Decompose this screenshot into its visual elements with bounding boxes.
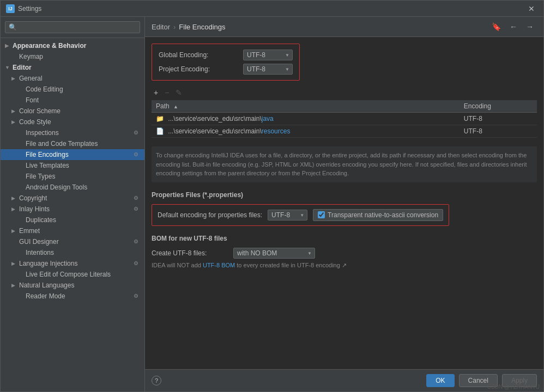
breadcrumb: Editor › File Encodings [152,23,226,31]
properties-box: Default encoding for properties files: U… [152,204,449,226]
sidebar: ▶ Appearance & Behavior Keymap ▼ Editor … [1,17,145,391]
table-row[interactable]: 📄 ...\service\service_edu\src\main\resou… [152,125,537,138]
arrow-icon: ▶ [5,43,11,48]
arrow-icon: ▶ [11,206,18,212]
dialog-footer: ? OK Cancel Apply [145,369,543,391]
search-input[interactable] [5,21,140,33]
col-encoding: Encoding [460,100,537,113]
settings-icon: ⚙ [134,260,140,267]
props-encoding-select[interactable]: UTF-8 UTF-16 [268,210,307,220]
sidebar-item-intentions[interactable]: Intentions [1,247,144,258]
sidebar-item-gui-designer[interactable]: GUI Designer ⚙ [1,236,144,247]
sidebar-item-appearance[interactable]: ▶ Appearance & Behavior [1,40,144,51]
folder-icon: 📁 [156,115,164,122]
sidebar-item-language-injections[interactable]: ▶ Language Injections ⚙ [1,258,144,269]
back-button[interactable]: ← [506,21,521,32]
forward-button[interactable]: → [523,21,537,32]
col-path: Path ▲ [152,100,460,113]
project-encoding-label: Project Encoding: [159,65,243,73]
breadcrumb-parent: Editor [152,23,170,31]
sidebar-item-duplicates[interactable]: Duplicates [1,215,144,225]
info-text: To change encoding IntelliJ IDEA uses fo… [152,146,537,182]
sidebar-item-font[interactable]: Font [1,95,144,106]
bom-section-title: BOM for new UTF-8 files [152,235,537,242]
encoding-cell: UTF-8 [460,113,537,125]
transparent-checkbox-label: Transparent native-to-ascii conversion [328,211,438,219]
bom-note: IDEA will NOT add UTF-8 BOM to every cre… [152,262,537,269]
arrow-icon: ▶ [11,195,18,201]
settings-icon: ⚙ [134,151,140,158]
sidebar-item-inspections[interactable]: Inspections ⚙ [1,127,144,138]
arrow-icon: ▶ [11,108,18,114]
bom-link[interactable]: UTF-8 BOM [203,262,235,268]
sidebar-item-file-types[interactable]: File Types [1,171,144,182]
path-cell: 📄 ...\service\service_edu\src\main\resou… [152,125,460,138]
props-label: Default encoding for properties files: [158,211,262,219]
sidebar-item-live-templates[interactable]: Live Templates [1,160,144,171]
app-icon: IJ [6,4,15,13]
sidebar-item-live-edit-compose[interactable]: Live Edit of Compose Literals [1,269,144,280]
sidebar-item-android-design-tools[interactable]: Android Design Tools [1,182,144,193]
sidebar-item-editor[interactable]: ▼ Editor [1,62,144,73]
arrow-icon: ▶ [11,283,18,288]
bom-row: Create UTF-8 files: with NO BOM with BOM [152,248,537,259]
bom-section: BOM for new UTF-8 files Create UTF-8 fil… [152,235,537,269]
project-encoding-row: Project Encoding: UTF-8 UTF-16 ISO-8859-… [159,64,293,75]
remove-path-button[interactable]: − [162,87,171,98]
table-toolbar: + − ✎ [152,87,537,98]
transparent-checkbox-wrapper[interactable]: Transparent native-to-ascii conversion [313,209,443,221]
bom-select[interactable]: with NO BOM with BOM [233,248,315,259]
sidebar-item-copyright[interactable]: ▶ Copyright ⚙ [1,193,144,204]
global-encoding-select-wrapper: UTF-8 UTF-16 ISO-8859-1 [243,50,293,60]
encoding-box: Global Encoding: UTF-8 UTF-16 ISO-8859-1… [152,44,300,81]
global-encoding-row: Global Encoding: UTF-8 UTF-16 ISO-8859-1 [159,50,293,60]
edit-path-button[interactable]: ✎ [173,87,184,98]
title-bar: IJ Settings ✕ [1,1,543,17]
help-button[interactable]: ? [152,376,161,385]
bookmark-button[interactable]: 🔖 [488,21,504,32]
right-panel: Editor › File Encodings 🔖 ← → Global Enc… [145,17,543,391]
add-path-button[interactable]: + [152,87,160,98]
encoding-table: Path ▲ Encoding 📁 ...\service\service_ed… [152,100,537,138]
settings-icon: ⚙ [134,293,140,299]
sidebar-item-emmet[interactable]: ▶ Emmet [1,225,144,236]
main-content: ▶ Appearance & Behavior Keymap ▼ Editor … [1,17,543,391]
bom-label: Create UTF-8 files: [152,249,228,257]
ok-button[interactable]: OK [426,374,454,387]
arrow-icon: ▶ [11,261,18,266]
window-title: Settings [18,5,525,13]
sidebar-item-natural-languages[interactable]: ▶ Natural Languages [1,280,144,291]
arrow-icon: ▶ [11,119,18,125]
path-cell: 📁 ...\service\service_edu\src\main\java [152,113,460,125]
project-encoding-select[interactable]: UTF-8 UTF-16 ISO-8859-1 [243,64,293,75]
encoding-cell: UTF-8 [460,125,537,138]
search-box [1,17,144,38]
global-encoding-label: Global Encoding: [159,51,243,59]
sidebar-item-general[interactable]: ▶ General [1,73,144,84]
sidebar-item-keymap[interactable]: Keymap [1,51,144,62]
settings-icon: ⚙ [134,238,140,245]
sidebar-item-reader-mode[interactable]: Reader Mode ⚙ [1,291,144,302]
arrow-icon: ▶ [11,228,18,234]
arrow-icon: ▶ [11,76,18,81]
sort-arrow: ▲ [173,104,178,109]
sidebar-item-inlay-hints[interactable]: ▶ Inlay Hints ⚙ [1,204,144,215]
sidebar-item-file-encodings[interactable]: File Encodings ⚙ [1,149,144,160]
table-row[interactable]: 📁 ...\service\service_edu\src\main\java … [152,113,537,125]
settings-icon: ⚙ [134,130,140,136]
panel-header: Editor › File Encodings 🔖 ← → [145,17,543,37]
settings-icon: ⚙ [134,206,140,212]
settings-icon: ⚙ [134,195,140,201]
sidebar-item-color-scheme[interactable]: ▶ Color Scheme [1,106,144,117]
breadcrumb-current: File Encodings [179,23,225,31]
arrow-icon: ▼ [5,65,11,70]
sidebar-item-file-code-templates[interactable]: File and Code Templates [1,138,144,149]
sidebar-item-code-editing[interactable]: Code Editing [1,84,144,95]
breadcrumb-separator: › [173,23,176,31]
watermark: CSDN @YZRHANYU [487,384,540,390]
transparent-checkbox[interactable] [318,211,325,218]
global-encoding-select[interactable]: UTF-8 UTF-16 ISO-8859-1 [243,50,293,60]
sidebar-tree: ▶ Appearance & Behavior Keymap ▼ Editor … [1,38,144,391]
close-button[interactable]: ✕ [525,3,538,14]
sidebar-item-code-style[interactable]: ▶ Code Style [1,117,144,127]
